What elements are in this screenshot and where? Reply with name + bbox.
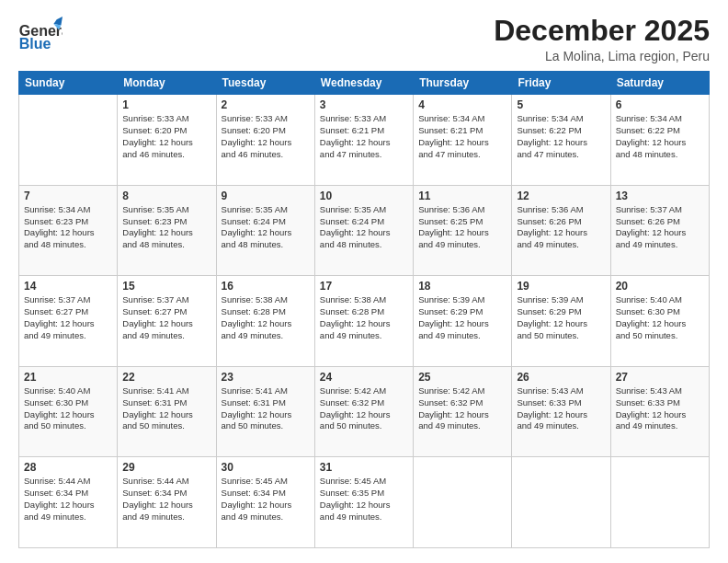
dow-header: Tuesday xyxy=(216,72,314,95)
day-info: Sunrise: 5:45 AM Sunset: 6:35 PM Dayligh… xyxy=(320,476,408,523)
calendar-cell: 7Sunrise: 5:34 AM Sunset: 6:23 PM Daylig… xyxy=(19,185,118,276)
day-number: 15 xyxy=(122,280,210,293)
dow-header: Sunday xyxy=(19,72,118,95)
day-number: 2 xyxy=(222,98,310,111)
day-info: Sunrise: 5:39 AM Sunset: 6:29 PM Dayligh… xyxy=(517,294,605,341)
calendar-week: 14Sunrise: 5:37 AM Sunset: 6:27 PM Dayli… xyxy=(19,276,710,367)
day-info: Sunrise: 5:40 AM Sunset: 6:30 PM Dayligh… xyxy=(616,294,704,341)
day-number: 5 xyxy=(517,98,605,111)
calendar-cell: 16Sunrise: 5:38 AM Sunset: 6:28 PM Dayli… xyxy=(216,276,314,367)
calendar-cell: 10Sunrise: 5:35 AM Sunset: 6:24 PM Dayli… xyxy=(314,185,413,276)
day-info: Sunrise: 5:45 AM Sunset: 6:34 PM Dayligh… xyxy=(222,476,310,523)
dow-header: Friday xyxy=(512,72,610,95)
day-number: 14 xyxy=(24,280,112,293)
day-info: Sunrise: 5:43 AM Sunset: 6:33 PM Dayligh… xyxy=(616,385,704,432)
dow-header: Monday xyxy=(118,72,216,95)
logo-wrapper: General Blue xyxy=(18,15,63,59)
svg-text:Blue: Blue xyxy=(19,36,51,52)
day-number: 13 xyxy=(616,190,704,202)
calendar-cell xyxy=(512,457,610,548)
day-number: 26 xyxy=(517,371,605,384)
header: General Blue December 2025 La Molina, Li… xyxy=(18,15,710,63)
day-number: 22 xyxy=(122,371,210,384)
title-block: December 2025 La Molina, Lima region, Pe… xyxy=(494,15,710,63)
calendar-cell: 2Sunrise: 5:33 AM Sunset: 6:20 PM Daylig… xyxy=(216,95,314,186)
dow-header: Saturday xyxy=(610,72,709,95)
day-number: 3 xyxy=(320,98,408,111)
calendar-cell: 21Sunrise: 5:40 AM Sunset: 6:30 PM Dayli… xyxy=(19,366,118,457)
day-info: Sunrise: 5:42 AM Sunset: 6:32 PM Dayligh… xyxy=(320,385,408,432)
day-info: Sunrise: 5:33 AM Sunset: 6:21 PM Dayligh… xyxy=(320,113,408,160)
day-info: Sunrise: 5:40 AM Sunset: 6:30 PM Dayligh… xyxy=(24,385,112,432)
day-number: 17 xyxy=(320,280,408,293)
day-number: 25 xyxy=(418,371,506,384)
day-info: Sunrise: 5:44 AM Sunset: 6:34 PM Dayligh… xyxy=(24,476,112,523)
calendar-week: 7Sunrise: 5:34 AM Sunset: 6:23 PM Daylig… xyxy=(19,185,710,276)
day-number: 7 xyxy=(24,190,112,202)
day-number: 11 xyxy=(418,190,506,202)
day-number: 27 xyxy=(616,371,704,384)
day-info: Sunrise: 5:37 AM Sunset: 6:26 PM Dayligh… xyxy=(616,204,704,251)
day-info: Sunrise: 5:35 AM Sunset: 6:24 PM Dayligh… xyxy=(222,204,310,251)
calendar-cell xyxy=(414,457,512,548)
day-info: Sunrise: 5:37 AM Sunset: 6:27 PM Dayligh… xyxy=(122,294,210,341)
day-number: 21 xyxy=(24,371,112,384)
day-number: 12 xyxy=(517,190,605,202)
day-info: Sunrise: 5:35 AM Sunset: 6:23 PM Dayligh… xyxy=(122,204,210,251)
calendar-cell: 5Sunrise: 5:34 AM Sunset: 6:22 PM Daylig… xyxy=(512,95,610,186)
calendar-cell xyxy=(610,457,709,548)
day-info: Sunrise: 5:38 AM Sunset: 6:28 PM Dayligh… xyxy=(222,294,310,341)
calendar-cell: 25Sunrise: 5:42 AM Sunset: 6:32 PM Dayli… xyxy=(414,366,512,457)
logo: General Blue xyxy=(18,15,63,59)
calendar-cell: 6Sunrise: 5:34 AM Sunset: 6:22 PM Daylig… xyxy=(610,95,709,186)
day-info: Sunrise: 5:34 AM Sunset: 6:23 PM Dayligh… xyxy=(24,204,112,251)
day-info: Sunrise: 5:34 AM Sunset: 6:22 PM Dayligh… xyxy=(616,113,704,160)
day-info: Sunrise: 5:36 AM Sunset: 6:26 PM Dayligh… xyxy=(517,204,605,251)
day-info: Sunrise: 5:38 AM Sunset: 6:28 PM Dayligh… xyxy=(320,294,408,341)
calendar-week: 1Sunrise: 5:33 AM Sunset: 6:20 PM Daylig… xyxy=(19,95,710,186)
calendar-cell: 3Sunrise: 5:33 AM Sunset: 6:21 PM Daylig… xyxy=(314,95,413,186)
calendar-week: 28Sunrise: 5:44 AM Sunset: 6:34 PM Dayli… xyxy=(19,457,710,548)
location: La Molina, Lima region, Peru xyxy=(494,49,710,63)
day-number: 29 xyxy=(122,461,210,474)
day-info: Sunrise: 5:44 AM Sunset: 6:34 PM Dayligh… xyxy=(122,476,210,523)
day-of-week-row: SundayMondayTuesdayWednesdayThursdayFrid… xyxy=(19,72,710,95)
day-number: 16 xyxy=(222,280,310,293)
day-number: 6 xyxy=(616,98,704,111)
page: General Blue December 2025 La Molina, Li… xyxy=(0,0,728,563)
day-number: 30 xyxy=(222,461,310,474)
day-info: Sunrise: 5:36 AM Sunset: 6:25 PM Dayligh… xyxy=(418,204,506,251)
day-number: 8 xyxy=(122,190,210,202)
day-info: Sunrise: 5:33 AM Sunset: 6:20 PM Dayligh… xyxy=(122,113,210,160)
calendar-cell: 29Sunrise: 5:44 AM Sunset: 6:34 PM Dayli… xyxy=(118,457,216,548)
day-info: Sunrise: 5:35 AM Sunset: 6:24 PM Dayligh… xyxy=(320,204,408,251)
calendar-cell: 31Sunrise: 5:45 AM Sunset: 6:35 PM Dayli… xyxy=(314,457,413,548)
calendar-cell: 23Sunrise: 5:41 AM Sunset: 6:31 PM Dayli… xyxy=(216,366,314,457)
month-title: December 2025 xyxy=(494,15,710,47)
calendar-cell: 22Sunrise: 5:41 AM Sunset: 6:31 PM Dayli… xyxy=(118,366,216,457)
svg-marker-2 xyxy=(53,17,63,26)
day-info: Sunrise: 5:41 AM Sunset: 6:31 PM Dayligh… xyxy=(122,385,210,432)
day-number: 24 xyxy=(320,371,408,384)
calendar-cell: 28Sunrise: 5:44 AM Sunset: 6:34 PM Dayli… xyxy=(19,457,118,548)
day-info: Sunrise: 5:42 AM Sunset: 6:32 PM Dayligh… xyxy=(418,385,506,432)
calendar-cell: 30Sunrise: 5:45 AM Sunset: 6:34 PM Dayli… xyxy=(216,457,314,548)
calendar-cell xyxy=(19,95,118,186)
calendar-cell: 1Sunrise: 5:33 AM Sunset: 6:20 PM Daylig… xyxy=(118,95,216,186)
day-info: Sunrise: 5:34 AM Sunset: 6:21 PM Dayligh… xyxy=(418,113,506,160)
calendar-cell: 13Sunrise: 5:37 AM Sunset: 6:26 PM Dayli… xyxy=(610,185,709,276)
calendar-cell: 14Sunrise: 5:37 AM Sunset: 6:27 PM Dayli… xyxy=(19,276,118,367)
calendar-cell: 8Sunrise: 5:35 AM Sunset: 6:23 PM Daylig… xyxy=(118,185,216,276)
day-info: Sunrise: 5:43 AM Sunset: 6:33 PM Dayligh… xyxy=(517,385,605,432)
day-info: Sunrise: 5:39 AM Sunset: 6:29 PM Dayligh… xyxy=(418,294,506,341)
day-number: 19 xyxy=(517,280,605,293)
calendar-cell: 24Sunrise: 5:42 AM Sunset: 6:32 PM Dayli… xyxy=(314,366,413,457)
calendar-cell: 9Sunrise: 5:35 AM Sunset: 6:24 PM Daylig… xyxy=(216,185,314,276)
logo-bird-icon: General Blue xyxy=(18,15,63,59)
day-number: 23 xyxy=(222,371,310,384)
calendar-cell: 27Sunrise: 5:43 AM Sunset: 6:33 PM Dayli… xyxy=(610,366,709,457)
day-info: Sunrise: 5:37 AM Sunset: 6:27 PM Dayligh… xyxy=(24,294,112,341)
calendar-week: 21Sunrise: 5:40 AM Sunset: 6:30 PM Dayli… xyxy=(19,366,710,457)
calendar-cell: 15Sunrise: 5:37 AM Sunset: 6:27 PM Dayli… xyxy=(118,276,216,367)
day-info: Sunrise: 5:41 AM Sunset: 6:31 PM Dayligh… xyxy=(222,385,310,432)
